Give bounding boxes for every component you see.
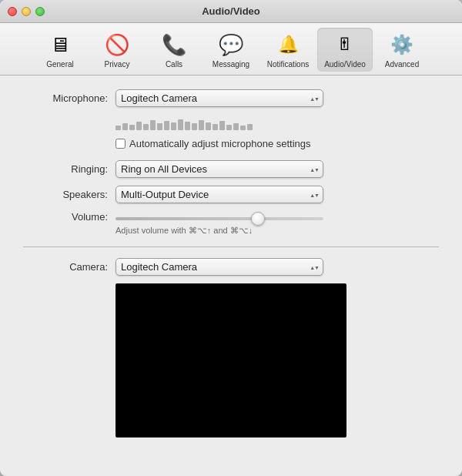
tab-notifications-label: Notifications (267, 60, 309, 69)
ringing-select[interactable]: Ring on All Devices Ring on This Device … (116, 160, 323, 178)
main-window: Audio/Video 🖥 General 🚫 Privacy 📞 Calls … (0, 0, 462, 476)
tab-general-label: General (46, 60, 74, 69)
calls-icon: 📞 (160, 31, 188, 59)
auto-adjust-label: Automatically adjust microphone settings (129, 138, 311, 149)
auto-adjust-row: Automatically adjust microphone settings (23, 138, 439, 149)
window-title: Audio/Video (202, 5, 260, 17)
volume-slider[interactable] (116, 217, 323, 220)
auto-adjust-checkbox[interactable] (116, 139, 126, 149)
mic-bar (171, 122, 176, 130)
section-divider (23, 246, 439, 247)
messaging-icon: 💬 (217, 31, 245, 59)
ringing-select-wrapper: Ring on All Devices Ring on This Device … (116, 160, 323, 178)
mic-bar (178, 119, 183, 130)
mic-bar (199, 120, 204, 130)
tab-audiovideo[interactable]: 🎚 Audio/Video (317, 28, 373, 72)
mic-bar (219, 121, 225, 130)
tab-notifications[interactable]: 🔔 Notifications (260, 28, 316, 72)
microphone-label: Microphone: (23, 92, 116, 104)
toolbar: 🖥 General 🚫 Privacy 📞 Calls 💬 Messaging … (0, 23, 462, 75)
mic-bar (150, 120, 156, 130)
close-button[interactable] (8, 7, 17, 16)
microphone-control: Logitech Camera Built-in Microphone Exte… (116, 89, 439, 107)
mic-bar (206, 122, 211, 130)
volume-label: Volume: (23, 211, 116, 223)
content-area: Microphone: Logitech Camera Built-in Mic… (0, 75, 462, 476)
notifications-icon: 🔔 (274, 31, 302, 59)
camera-select-wrapper: Logitech Camera FaceTime HD Camera Exter… (116, 258, 323, 276)
ringing-control: Ring on All Devices Ring on This Device … (116, 160, 439, 178)
ringing-row: Ringing: Ring on All Devices Ring on Thi… (23, 160, 439, 178)
general-icon: 🖥 (46, 31, 74, 59)
ringing-label: Ringing: (23, 163, 116, 175)
volume-hint: Adjust volume with ⌘⌥↑ and ⌘⌥↓ (23, 226, 439, 236)
audiovideo-icon: 🎚 (331, 31, 359, 59)
mic-bar (157, 123, 162, 130)
mic-bar (233, 123, 239, 130)
camera-label: Camera: (23, 261, 116, 273)
camera-row: Camera: Logitech Camera FaceTime HD Came… (23, 258, 439, 276)
mic-level-row (23, 115, 439, 133)
mic-bar (136, 122, 142, 130)
volume-row: Volume: (23, 211, 439, 223)
advanced-icon: ⚙️ (388, 31, 416, 59)
mic-bar (226, 125, 232, 130)
camera-preview (116, 283, 346, 437)
speakers-label: Speakers: (23, 189, 116, 200)
tab-general[interactable]: 🖥 General (32, 28, 88, 72)
tab-calls-label: Calls (166, 60, 182, 69)
microphone-select-wrapper: Logitech Camera Built-in Microphone Exte… (116, 89, 323, 107)
mic-bar (143, 124, 149, 130)
speakers-select-wrapper: Multi-Output Device Built-in Output Exte… (116, 186, 323, 203)
volume-control (116, 211, 439, 223)
microphone-row: Microphone: Logitech Camera Built-in Mic… (23, 89, 439, 107)
tab-calls[interactable]: 📞 Calls (146, 28, 202, 72)
camera-control: Logitech Camera FaceTime HD Camera Exter… (116, 258, 439, 276)
mic-bar (116, 126, 121, 130)
tab-privacy[interactable]: 🚫 Privacy (89, 28, 145, 72)
tab-privacy-label: Privacy (105, 60, 130, 69)
mic-bar (213, 124, 218, 130)
traffic-lights (8, 7, 45, 16)
tab-advanced[interactable]: ⚙️ Advanced (374, 28, 430, 72)
mic-bar (129, 125, 135, 130)
tab-messaging[interactable]: 💬 Messaging (203, 28, 259, 72)
mic-level-bars (116, 118, 253, 130)
microphone-select[interactable]: Logitech Camera Built-in Microphone Exte… (116, 89, 323, 107)
camera-select[interactable]: Logitech Camera FaceTime HD Camera Exter… (116, 258, 323, 276)
mic-bar (240, 126, 246, 130)
speakers-control: Multi-Output Device Built-in Output Exte… (116, 186, 439, 203)
mic-bar (185, 122, 190, 130)
mic-bar (122, 123, 128, 130)
mic-bar (164, 121, 169, 130)
title-bar: Audio/Video (0, 0, 462, 23)
maximize-button[interactable] (35, 7, 45, 16)
speakers-select[interactable]: Multi-Output Device Built-in Output Exte… (116, 186, 323, 203)
speakers-row: Speakers: Multi-Output Device Built-in O… (23, 186, 439, 203)
mic-bar (192, 123, 197, 130)
tab-advanced-label: Advanced (385, 60, 419, 69)
mic-bar (247, 124, 253, 130)
tab-messaging-label: Messaging (213, 60, 249, 69)
privacy-icon: 🚫 (103, 31, 131, 59)
minimize-button[interactable] (22, 7, 31, 16)
tab-audiovideo-label: Audio/Video (324, 60, 366, 69)
